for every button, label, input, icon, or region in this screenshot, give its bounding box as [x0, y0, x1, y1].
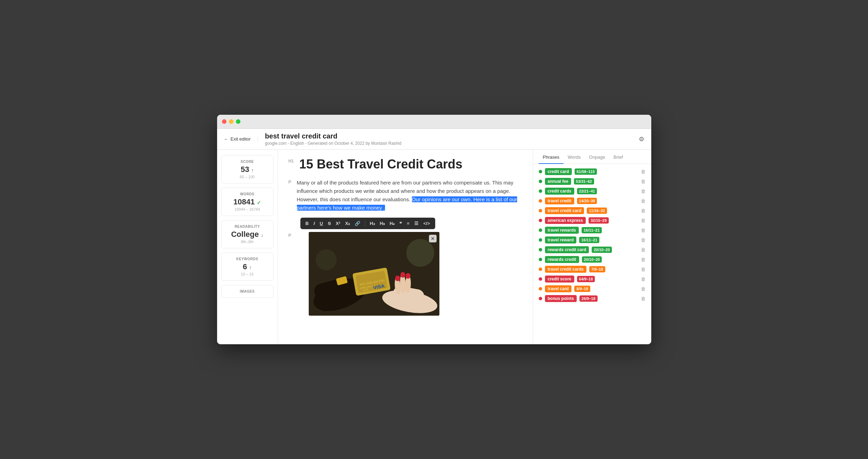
strikethrough-button[interactable]: S	[326, 220, 333, 227]
sidebar: SCORE 53 ↑ 85 – 100 WORDS 10841 ✓ 10044 …	[217, 150, 278, 344]
phrase-status-dot	[539, 209, 542, 212]
tab-words[interactable]: Words	[563, 150, 585, 164]
panel-tabs: Phrases Words Onpage Brief	[533, 150, 651, 164]
phrase-delete-button[interactable]: 🗑	[641, 276, 646, 282]
phrase-delete-button[interactable]: 🗑	[641, 247, 646, 253]
phrase-delete-button[interactable]: 🗑	[641, 198, 646, 204]
phrase-status-dot	[539, 277, 542, 281]
list-item: american express32/15–29🗑	[539, 217, 646, 224]
svg-point-18	[406, 239, 434, 267]
images-card: IMAGES	[221, 285, 274, 298]
readability-value: College ↓	[226, 230, 269, 239]
phrase-tag[interactable]: american express	[545, 217, 586, 224]
subscript-button[interactable]: X₂	[344, 220, 352, 227]
phrase-tag[interactable]: travel credit card	[545, 207, 584, 214]
phrase-delete-button[interactable]: 🗑	[641, 257, 646, 262]
credit-card-image: 9411 0166 324 5781 JAMES DISCOUNT 12/18 …	[309, 232, 439, 316]
score-range: 85 – 100	[226, 175, 269, 179]
phrase-delete-button[interactable]: 🗑	[641, 188, 646, 194]
h3-button[interactable]: H₃	[378, 220, 386, 227]
tab-phrases[interactable]: Phrases	[539, 150, 564, 164]
p1-text[interactable]: Many or all of the products featured her…	[297, 179, 522, 212]
phrase-tag[interactable]: credit card	[545, 168, 572, 175]
list-item: credit card61/58–115🗑	[539, 168, 646, 175]
phrase-tag[interactable]: annual fee	[545, 178, 571, 185]
svg-point-17	[406, 273, 410, 279]
phrase-tag[interactable]: rewards credit	[545, 256, 579, 263]
image-block[interactable]: 9411 0166 324 5781 JAMES DISCOUNT 12/18 …	[309, 232, 439, 316]
card-scene-svg: 9411 0166 324 5781 JAMES DISCOUNT 12/18 …	[309, 232, 439, 316]
phrase-status-dot	[539, 287, 542, 291]
phrase-tag[interactable]: rewards credit card	[545, 246, 589, 253]
italic-button[interactable]: I	[312, 220, 317, 227]
phrase-status-dot	[539, 228, 542, 232]
tab-brief[interactable]: Brief	[609, 150, 627, 164]
tab-onpage[interactable]: Onpage	[585, 150, 609, 164]
superscript-button[interactable]: X²	[334, 220, 342, 227]
phrase-tag[interactable]: travel credit	[545, 197, 574, 204]
phrase-count: 8/9–18	[574, 286, 590, 292]
minimize-button[interactable]	[229, 119, 233, 124]
phrase-delete-button[interactable]: 🗑	[641, 286, 646, 292]
formatting-toolbar: B I U S X² X₂ 🔗 H₂ H₃ H₄ ❝ ≡ ☰ </>	[300, 218, 435, 229]
h1-heading[interactable]: 15 Best Travel Credit Cards	[299, 157, 462, 172]
app-window: ← Exit editor best travel credit card go…	[217, 115, 651, 344]
phrase-count: 53/31–62	[574, 178, 594, 185]
close-button[interactable]	[222, 119, 226, 124]
phrase-status-dot	[539, 199, 542, 203]
phrase-delete-button[interactable]: 🗑	[641, 169, 646, 174]
phrase-status-dot	[539, 180, 542, 183]
phrase-tag[interactable]: travel rewards	[545, 227, 579, 234]
phrase-delete-button[interactable]: 🗑	[641, 266, 646, 272]
phrase-count: 26/9–18	[579, 295, 598, 302]
score-label: SCORE	[226, 160, 269, 164]
fullscreen-button[interactable]	[236, 119, 240, 124]
image-close-button[interactable]: ✕	[429, 235, 437, 242]
phrase-tag[interactable]: travel card	[545, 285, 572, 292]
phrase-tag[interactable]: credit score	[545, 276, 574, 283]
phrase-tag[interactable]: credit cards	[545, 188, 574, 195]
phrase-delete-button[interactable]: 🗑	[641, 179, 646, 184]
settings-icon[interactable]: ⚙	[639, 135, 644, 143]
h2-button[interactable]: H₂	[368, 220, 376, 227]
phrase-count: 16/11–21	[579, 237, 599, 243]
list-item: credit score64/9–18🗑	[539, 276, 646, 283]
score-value: 53 ↑	[226, 165, 269, 174]
score-arrow: ↑	[251, 167, 254, 173]
phrase-count: 14/20–39	[577, 198, 597, 204]
list-item: annual fee53/31–62🗑	[539, 178, 646, 185]
keywords-arrow: ↑	[249, 265, 252, 270]
content-area[interactable]: H1 15 Best Travel Credit Cards P Many or…	[278, 150, 533, 344]
phrase-delete-button[interactable]: 🗑	[641, 208, 646, 213]
phrase-count: 61/58–115	[575, 168, 597, 175]
list-item: credit cards22/21–41🗑	[539, 188, 646, 195]
phrase-tag[interactable]: bonus points	[545, 295, 577, 302]
list-item: travel credit cards7/9–18🗑	[539, 266, 646, 273]
phrase-tag[interactable]: travel credit cards	[545, 266, 586, 273]
words-card: WORDS 10841 ✓ 10044 – 26784	[221, 188, 274, 216]
phrase-delete-button[interactable]: 🗑	[641, 218, 646, 223]
p2-tag: P	[289, 232, 291, 238]
phrase-status-dot	[539, 170, 542, 173]
link-button[interactable]: 🔗	[353, 220, 362, 227]
exit-editor-button[interactable]: ← Exit editor	[224, 136, 258, 142]
phrase-count: 11/16–32	[587, 208, 607, 214]
h4-button[interactable]: H₄	[388, 220, 396, 227]
keywords-range: 10 – 15	[226, 272, 269, 276]
phrase-delete-button[interactable]: 🗑	[641, 237, 646, 243]
bold-button[interactable]: B	[304, 220, 310, 227]
list-item: travel credit card11/16–32🗑	[539, 207, 646, 214]
ordered-list-button[interactable]: ≡	[405, 220, 411, 227]
toolbar-separator-1	[365, 220, 365, 227]
code-button[interactable]: </>	[422, 220, 432, 227]
back-arrow-icon: ←	[224, 136, 229, 142]
phrase-delete-button[interactable]: 🗑	[641, 296, 646, 301]
blockquote-button[interactable]: ❝	[398, 220, 404, 227]
exit-editor-label: Exit editor	[231, 136, 251, 142]
keywords-value: 6 ↑	[226, 262, 269, 271]
unordered-list-button[interactable]: ☰	[413, 220, 420, 227]
underline-button[interactable]: U	[318, 220, 325, 227]
readability-arrow: ↓	[261, 232, 263, 238]
phrase-delete-button[interactable]: 🗑	[641, 227, 646, 233]
phrase-tag[interactable]: travel reward	[545, 236, 577, 243]
